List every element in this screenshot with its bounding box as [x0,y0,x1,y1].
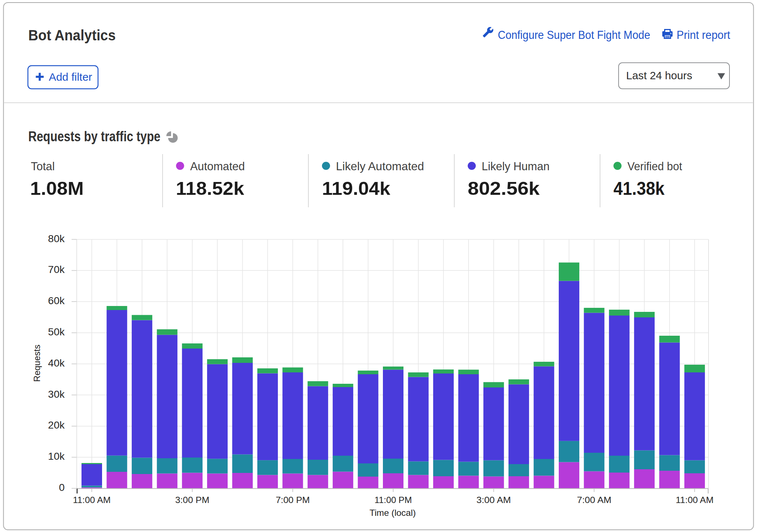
svg-text:Total: Total [31,160,55,173]
svg-text:40k: 40k [48,357,65,369]
svg-text:Requests: Requests [32,345,42,382]
svg-text:7:00 AM: 7:00 AM [577,495,611,505]
svg-text:3:00 AM: 3:00 AM [477,495,511,505]
svg-text:11:00 AM: 11:00 AM [676,495,714,505]
svg-text:119.04k: 119.04k [322,178,390,199]
svg-text:Likely Human: Likely Human [482,160,550,173]
svg-text:Print report: Print report [677,29,730,41]
svg-text:Verified bot: Verified bot [627,160,682,173]
svg-text:7:00 PM: 7:00 PM [276,495,310,505]
svg-text:80k: 80k [48,233,65,244]
svg-text:Time (local): Time (local) [370,508,416,518]
svg-text:20k: 20k [48,419,65,431]
svg-text:70k: 70k [48,264,65,275]
svg-text:Likely Automated: Likely Automated [336,160,424,173]
svg-text:1.08M: 1.08M [30,178,84,199]
svg-text:41.38k: 41.38k [613,178,664,199]
svg-text:0: 0 [59,482,65,493]
svg-text:Automated: Automated [190,160,245,173]
svg-text:10k: 10k [48,451,65,462]
svg-text:118.52k: 118.52k [176,178,244,199]
svg-text:30k: 30k [48,389,65,400]
svg-text:802.56k: 802.56k [468,178,540,199]
svg-text:Bot Analytics: Bot Analytics [28,27,116,44]
svg-text:Last 24 hours: Last 24 hours [626,69,692,81]
svg-text:3:00 PM: 3:00 PM [175,495,209,505]
svg-text:Add filter: Add filter [49,71,92,83]
svg-text:Configure Super Bot Fight Mode: Configure Super Bot Fight Mode [498,29,650,41]
svg-text:11:00 AM: 11:00 AM [73,495,111,505]
svg-text:11:00 PM: 11:00 PM [374,495,412,505]
svg-text:60k: 60k [48,295,65,306]
svg-text:50k: 50k [48,326,65,338]
svg-text:Requests by traffic type: Requests by traffic type [28,129,160,144]
